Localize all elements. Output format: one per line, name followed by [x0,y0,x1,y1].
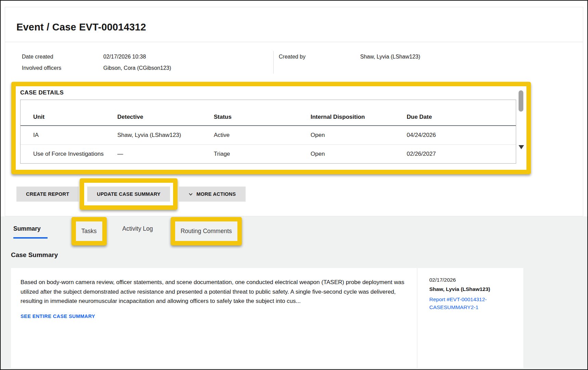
page-header: Event / Case EVT-00014312 Date created 0… [1,1,587,216]
scrollbar-thumb[interactable] [519,90,523,112]
case-meta-right: Created by Shaw, Lyvia (LShaw123) [273,51,583,74]
routing-comments-tab-highlight-box: Routing Comments [171,217,242,245]
case-header-card: Event / Case EVT-00014312 Date created 0… [5,7,583,216]
page-title: Event / Case EVT-00014312 [16,22,583,33]
more-actions-label: MORE ACTIONS [196,191,236,197]
case-details-heading: CASE DETAILS [20,89,516,100]
case-meta: Date created 02/17/2026 10:38 Involved o… [5,42,583,77]
update-case-summary-highlight-box: UPDATE CASE SUMMARY [80,178,178,210]
case-summary-meta-pane: 02/17/2026 Shaw, Lyvia (LShaw123) Report… [417,268,523,368]
create-report-button[interactable]: CREATE REPORT [16,187,79,202]
involved-officers-row: Involved officers Gibson, Cora (CGibson1… [22,62,273,74]
see-entire-case-summary-link[interactable]: SEE ENTIRE CASE SUMMARY [21,314,95,319]
cell-detective: — [117,145,214,164]
column-header-internal-disposition: Internal Disposition [311,100,407,126]
cell-internal-disposition: Open [311,145,407,164]
date-created-label: Date created [22,51,103,62]
date-created-value: 02/17/2026 10:38 [103,51,146,62]
table-row: IA Shaw, Lyvia (LShaw123) Active Open 04… [21,126,516,145]
case-page: Event / Case EVT-00014312 Date created 0… [0,0,588,370]
case-meta-left: Date created 02/17/2026 10:38 Involved o… [5,51,273,74]
more-actions-button[interactable]: MORE ACTIONS [179,187,245,202]
column-header-status: Status [214,100,311,126]
case-details-highlight-box: CASE DETAILS Unit Detective Status Inter… [11,82,531,174]
case-summary-heading: Case Summary [11,251,587,259]
cell-due-date: 02/26/2027 [407,145,516,164]
scrollbar[interactable] [519,90,524,154]
chevron-down-icon [188,192,193,197]
case-summary-body: Based on body-worn camera review, office… [21,278,405,306]
involved-officers-value: Gibson, Cora (CGibson123) [103,62,171,74]
case-summary-text-pane: Based on body-worn camera review, office… [11,268,417,368]
case-summary-author: Shaw, Lyvia (LShaw123) [429,286,515,292]
column-header-detective: Detective [117,100,214,126]
involved-officers-label: Involved officers [22,62,103,74]
created-by-label: Created by [279,51,360,62]
case-summary-date: 02/17/2026 [429,277,515,283]
cell-unit: Use of Force Investigations [21,145,117,164]
tab-bar: Summary Tasks Activity Log Routing Comme… [1,216,587,246]
created-by-value: Shaw, Lyvia (LShaw123) [360,51,420,62]
case-details-section: CASE DETAILS Unit Detective Status Inter… [16,86,526,170]
report-link[interactable]: Report #EVT-00014312-CASESUMMARY2-1 [429,295,498,311]
column-header-unit: Unit [21,100,117,126]
cell-status: Triage [214,145,311,164]
created-by-row: Created by Shaw, Lyvia (LShaw123) [279,51,583,62]
update-case-summary-button[interactable]: UPDATE CASE SUMMARY [87,187,170,202]
action-buttons-row: CREATE REPORT UPDATE CASE SUMMARY MORE A… [16,178,583,210]
content-area: Summary Tasks Activity Log Routing Comme… [1,216,587,369]
case-details-table: Unit Detective Status Internal Dispositi… [20,100,516,164]
cell-internal-disposition: Open [311,126,407,145]
tab-activity-log[interactable]: Activity Log [122,222,153,240]
date-created-row: Date created 02/17/2026 10:38 [22,51,273,62]
cell-status: Active [214,126,311,145]
tab-routing-comments[interactable]: Routing Comments [181,224,232,239]
table-header-row: Unit Detective Status Internal Dispositi… [21,100,516,126]
tab-summary[interactable]: Summary [13,222,48,240]
table-row: Use of Force Investigations — Triage Ope… [21,145,516,164]
cell-unit: IA [21,126,117,145]
title-block: Event / Case EVT-00014312 [5,7,583,42]
cell-detective: Shaw, Lyvia (LShaw123) [117,126,214,145]
case-summary-card: Based on body-worn camera review, office… [11,268,523,368]
column-header-due-date: Due Date [407,100,516,126]
tasks-tab-highlight-box: Tasks [71,217,107,245]
cell-due-date: 04/24/2026 [407,126,516,145]
scroll-down-arrow-icon[interactable] [519,145,524,149]
tab-tasks[interactable]: Tasks [81,224,97,239]
